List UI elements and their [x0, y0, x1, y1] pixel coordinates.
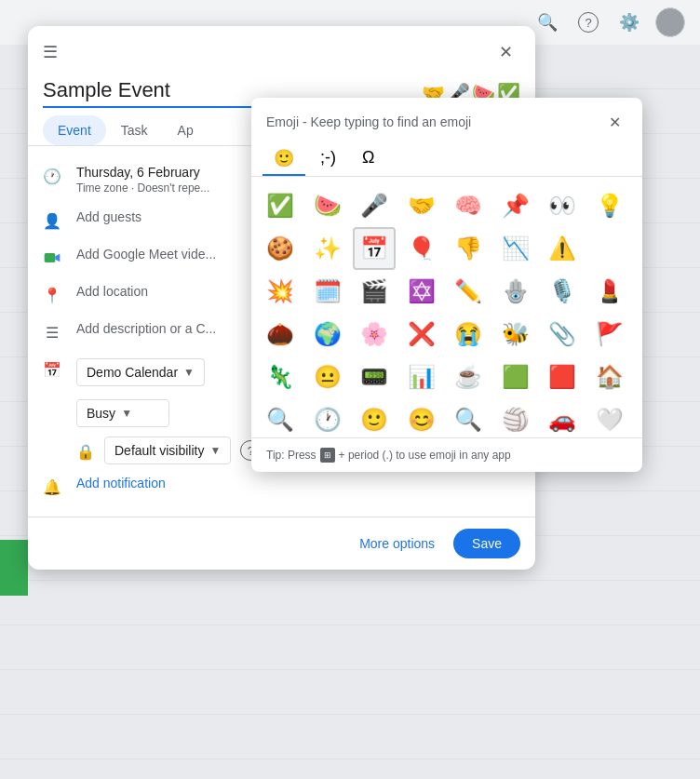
clock-icon: 🕐	[43, 167, 61, 185]
tab-task[interactable]: Task	[106, 115, 163, 145]
emoji-calendar[interactable]: 📅	[353, 227, 396, 270]
svg-rect-0	[45, 253, 56, 262]
location-icon: 📍	[43, 286, 61, 304]
emoji-mic[interactable]: 🎤	[353, 184, 396, 227]
help-circle[interactable]: ?	[578, 12, 599, 33]
emoji-brain[interactable]: 🧠	[447, 184, 490, 227]
emoji-sparkles[interactable]: ✨	[306, 227, 349, 270]
emoji-watermelon[interactable]: 🍉	[306, 184, 349, 227]
emoji-chestnut[interactable]: 🌰	[259, 313, 302, 356]
visibility-select[interactable]: Default visibility ▼	[104, 437, 231, 464]
description-label[interactable]: Add description or a C...	[76, 321, 216, 336]
description-icon: ☰	[43, 323, 61, 342]
emoji-crying[interactable]: 😭	[447, 313, 490, 356]
emoji-bulb[interactable]: 💡	[588, 184, 631, 227]
user-avatar[interactable]	[655, 7, 685, 37]
emoji-chart[interactable]: 📉	[494, 227, 537, 270]
tab-appointment[interactable]: Ap	[163, 115, 209, 145]
visibility-chevron: ▼	[209, 444, 221, 457]
emoji-handshake[interactable]: 🤝	[400, 184, 443, 227]
emoji-warning[interactable]: ⚠️	[541, 227, 584, 270]
emoji-heart[interactable]: 🤍	[588, 398, 631, 437]
meet-label[interactable]: Add Google Meet vide...	[76, 247, 216, 262]
emoji-tab-ascii[interactable]: ;-)	[309, 142, 347, 176]
emoji-lizard[interactable]: 🦎	[259, 356, 302, 398]
emoji-flag[interactable]: 🚩	[588, 313, 631, 356]
green-sidebar-accent	[0, 540, 28, 596]
calendar-chevron: ▼	[183, 366, 195, 379]
emoji-boom[interactable]: 💥	[259, 270, 302, 313]
bell-icon: 🔔	[43, 477, 61, 496]
emoji-hibiscus[interactable]: 🌸	[353, 313, 396, 356]
emoji-search2[interactable]: 🔍	[447, 398, 490, 437]
location-label[interactable]: Add location	[76, 284, 148, 299]
emoji-green-square[interactable]: 🟩	[494, 356, 537, 398]
emoji-car[interactable]: 🚗	[541, 398, 584, 437]
calendar-icon: 📅	[43, 360, 61, 379]
add-guests-label[interactable]: Add guests	[76, 209, 141, 224]
emoji-xmark[interactable]: ❌	[400, 313, 443, 356]
settings-icon[interactable]: ⚙️	[614, 7, 644, 37]
emoji-house[interactable]: 🏠	[588, 356, 631, 398]
emoji-tab-smiley[interactable]: 🙂	[262, 142, 305, 176]
emoji-red-square[interactable]: 🟥	[541, 356, 584, 398]
more-options-button[interactable]: More options	[348, 529, 446, 558]
emoji-barchart[interactable]: 📊	[400, 356, 443, 398]
dialog-footer: More options Save	[28, 517, 535, 570]
visibility-value: Default visibility	[114, 443, 204, 458]
close-icon[interactable]: ✕	[491, 37, 520, 67]
emoji-movie[interactable]: 🎬	[353, 270, 396, 313]
windows-key-icon: ⊞	[320, 448, 335, 463]
calendar-value: Demo Calendar	[87, 365, 178, 380]
tip-rest: + period (.) to use emoji in any app	[339, 449, 511, 462]
emoji-empty1	[588, 227, 631, 270]
emoji-earth[interactable]: 🌍	[306, 313, 349, 356]
emoji-tab-omega[interactable]: Ω	[351, 142, 385, 176]
emoji-smiley2[interactable]: 🙂	[353, 398, 396, 437]
emoji-clock-blue[interactable]: 🕐	[306, 398, 349, 437]
emoji-paperclip[interactable]: 📎	[541, 313, 584, 356]
emoji-checkmark[interactable]: ✅	[259, 184, 302, 227]
emoji-volleyball[interactable]: 🏐	[494, 398, 537, 437]
svg-marker-1	[55, 254, 60, 262]
video-icon	[43, 248, 61, 267]
emoji-hamsa[interactable]: 🪬	[494, 270, 537, 313]
emoji-grid: ✅ 🍉 🎤 🤝 🧠 📌 👀 💡 🍪 ✨ 📅 🎈 👎 📉 ⚠️ 💥 🗓️ 🎬 ✡️…	[251, 177, 642, 437]
emoji-picker-header: Emoji - Keep typing to find an emoji ✕	[251, 98, 642, 142]
notification-row[interactable]: 🔔 Add notification	[28, 468, 535, 505]
emoji-balloon[interactable]: 🎈	[400, 227, 443, 270]
emoji-tip: Tip: Press ⊞ + period (.) to use emoji i…	[251, 437, 642, 472]
emoji-picker: Emoji - Keep typing to find an emoji ✕ 🙂…	[251, 98, 642, 472]
emoji-calendar2[interactable]: 🗓️	[306, 270, 349, 313]
emoji-thumbdown[interactable]: 👎	[447, 227, 490, 270]
add-notification-label[interactable]: Add notification	[76, 476, 166, 490]
emoji-pencil[interactable]: ✏️	[447, 270, 490, 313]
tab-event[interactable]: Event	[43, 115, 106, 145]
emoji-pager[interactable]: 📟	[353, 356, 396, 398]
busy-value: Busy	[87, 406, 115, 421]
emoji-bee[interactable]: 🐝	[494, 313, 537, 356]
tip-text: Tip: Press	[266, 449, 316, 462]
emoji-tabs: 🙂 ;-) Ω	[251, 142, 642, 177]
emoji-eyes[interactable]: 👀	[541, 184, 584, 227]
emoji-cookie[interactable]: 🍪	[259, 227, 302, 270]
emoji-pushpin[interactable]: 📌	[494, 184, 537, 227]
emoji-coffee[interactable]: ☕	[447, 356, 490, 398]
emoji-grin[interactable]: 😊	[400, 398, 443, 437]
emoji-star-david[interactable]: ✡️	[400, 270, 443, 313]
emoji-picker-title: Emoji - Keep typing to find an emoji	[266, 114, 471, 129]
calendar-select[interactable]: Demo Calendar ▼	[76, 358, 205, 386]
emoji-search[interactable]: 🔍	[259, 398, 302, 437]
emoji-lipstick[interactable]: 💄	[588, 270, 631, 313]
emoji-neutral[interactable]: 😐	[306, 356, 349, 398]
emoji-studio-mic[interactable]: 🎙️	[541, 270, 584, 313]
menu-icon[interactable]: ☰	[43, 42, 58, 62]
emoji-picker-close[interactable]: ✕	[601, 109, 627, 135]
busy-select[interactable]: Busy ▼	[76, 399, 169, 427]
search-icon[interactable]: 🔍	[532, 7, 562, 37]
help-icon[interactable]: ?	[573, 7, 603, 37]
person-icon: 👤	[43, 211, 61, 230]
lock-icon: 🔒	[76, 442, 95, 461]
save-button[interactable]: Save	[453, 529, 520, 558]
busy-chevron: ▼	[121, 407, 132, 420]
